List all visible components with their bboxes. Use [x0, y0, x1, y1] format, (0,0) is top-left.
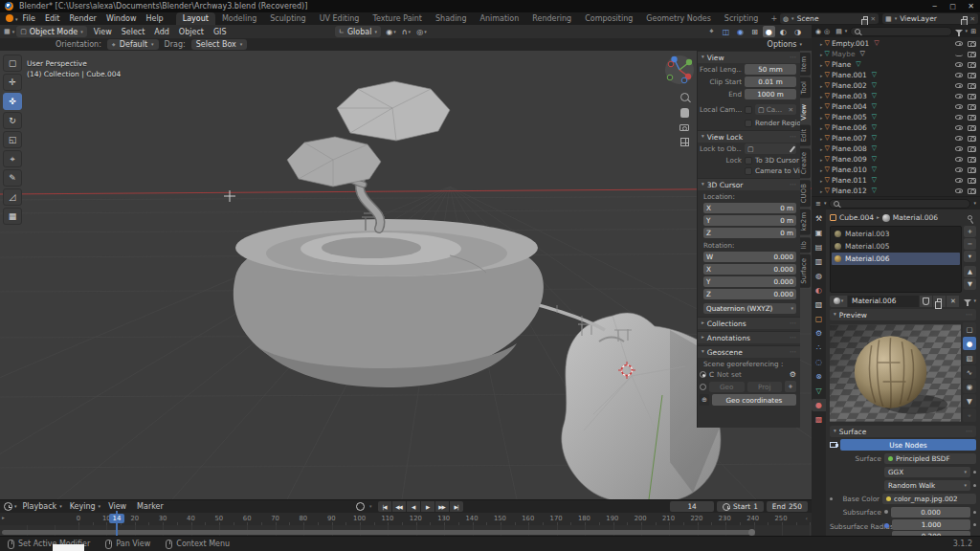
properties-tab[interactable]: ▽ — [812, 385, 826, 397]
animate-dot-icon[interactable] — [973, 471, 976, 474]
transform-orientation-dropdown[interactable]: ∟ Global ▾ — [335, 26, 381, 37]
visibility-eye-icon[interactable] — [955, 53, 963, 56]
gear-icon[interactable]: ⚙ — [790, 370, 796, 379]
properties-tab[interactable]: ⚙ — [812, 327, 826, 340]
properties-tab[interactable]: ◐ — [812, 284, 826, 297]
visibility-eye-icon[interactable] — [955, 146, 963, 151]
new-scene-icon[interactable] — [863, 16, 868, 22]
workspace-tab[interactable]: Texture Paint — [366, 12, 429, 25]
render-camera-icon[interactable] — [968, 41, 976, 47]
geoscene-panel-header[interactable]: ▾Geoscene⋯ — [698, 345, 800, 358]
workspace-tab[interactable]: Layout — [176, 12, 215, 25]
expand-icon[interactable]: ▸ — [820, 52, 823, 57]
toolbar-tool-button[interactable]: ⌖ — [3, 150, 22, 167]
toolbar-tool-button[interactable]: ✎ — [3, 169, 22, 187]
expand-icon[interactable]: ▸ — [820, 188, 823, 194]
auto-keying-button[interactable] — [356, 502, 365, 511]
object-name[interactable]: Plane — [832, 60, 851, 69]
properties-tab[interactable]: ⊗ — [812, 370, 826, 383]
expand-icon[interactable]: ▸ — [820, 178, 823, 184]
object-name[interactable]: Plane.006 — [832, 123, 867, 132]
viewport-mid-icon[interactable]: ◎▾ — [415, 26, 428, 37]
timeline-scrollbar[interactable] — [2, 530, 754, 535]
outliner-row[interactable]: ▸ ▽ Plane.010 ▽ — [812, 165, 980, 175]
close-icon[interactable]: ✕ — [789, 106, 793, 114]
visibility-eye-icon[interactable] — [955, 83, 963, 88]
animate-dot-icon[interactable] — [973, 511, 976, 514]
copy-material-button[interactable] — [933, 296, 946, 307]
expand-icon[interactable]: ▸ — [820, 146, 823, 152]
toolbar-tool-button[interactable]: ▢ — [3, 55, 22, 72]
annotations-panel-header[interactable]: ▸Annotations⋯ — [698, 331, 800, 343]
expand-icon[interactable]: ▸ — [820, 41, 823, 47]
add-crs-button[interactable]: + — [785, 381, 796, 392]
transport-button[interactable]: ◀ — [407, 501, 420, 512]
outliner-row[interactable]: ▸ ▽ Plane ▽ — [812, 59, 980, 70]
sidebar-tab[interactable]: ke2m — [800, 209, 811, 234]
render-camera-icon[interactable] — [968, 125, 976, 131]
expand-icon[interactable]: ▸ — [820, 136, 823, 142]
breadcrumb-material[interactable]: Material.006 — [893, 213, 938, 222]
visibility-eye-icon[interactable] — [955, 62, 963, 67]
playhead-badge[interactable]: 14 — [109, 514, 124, 523]
properties-tab[interactable]: ● — [812, 399, 826, 411]
outliner-search-input[interactable] — [850, 27, 951, 36]
workspace-tab[interactable]: Modeling — [215, 12, 263, 25]
object-name[interactable]: Plane.012 — [832, 187, 867, 195]
slot-button[interactable]: + — [964, 226, 976, 237]
render-camera-icon[interactable] — [968, 167, 976, 173]
pan-hand-icon[interactable] — [680, 108, 689, 118]
viewport-menu[interactable]: Select — [117, 28, 150, 36]
outliner-row[interactable]: ▸ ▽ Empty.001 ▽ — [812, 38, 980, 49]
preview-flat-button[interactable]: ▢ — [963, 322, 976, 336]
properties-tab[interactable]: ◌ — [812, 356, 826, 368]
object-name[interactable]: Plane.007 — [832, 134, 867, 143]
crs-radio[interactable] — [700, 371, 706, 378]
viewport-menu[interactable]: View — [89, 28, 117, 36]
expand-icon[interactable]: ▸ — [2, 515, 5, 520]
orientation-dropdown[interactable]: ⌖ Default ▾ — [107, 39, 159, 50]
sidebar-tab[interactable]: Create — [800, 148, 811, 178]
geo-coordinates-button[interactable]: Geo coordinates — [712, 394, 796, 406]
object-name[interactable]: Plane.005 — [832, 113, 867, 121]
outliner-row[interactable]: ▸ ▽ Plane.006 ▽ — [812, 122, 980, 133]
axis-value-field[interactable]: Y0 m — [703, 215, 796, 226]
expand-icon[interactable]: ▸ — [820, 125, 823, 131]
surface-shader-field[interactable]: Principled BSDF — [884, 453, 976, 464]
slot-button[interactable]: ▾ — [964, 251, 976, 262]
sidebar-tab[interactable]: Item — [800, 53, 811, 76]
render-camera-icon[interactable] — [968, 188, 976, 194]
outliner-row[interactable]: ▸ ▽ Plane.009 ▽ — [812, 154, 980, 165]
workspace-tab[interactable]: Rendering — [525, 12, 578, 25]
render-camera-icon[interactable] — [968, 52, 976, 57]
properties-tab[interactable]: ∴ — [812, 342, 826, 354]
outliner-row[interactable]: ▸ ▽ Plane.008 ▽ — [812, 143, 980, 154]
material-name-field[interactable]: Material.006 — [848, 296, 919, 307]
distribution-dropdown[interactable]: GGX ▾ — [884, 467, 970, 477]
close-icon[interactable]: ✕ — [871, 15, 876, 23]
visibility-eye-icon[interactable] — [955, 41, 963, 46]
viewport-toggle-icon[interactable]: ◫ — [720, 26, 732, 37]
new-layer-icon[interactable] — [963, 16, 968, 22]
outliner-row[interactable]: ▸ ▽ Plane.007 ▽ — [812, 133, 980, 143]
editor-type-icon[interactable]: ≡ — [815, 200, 821, 208]
object-name[interactable]: Plane.008 — [832, 144, 867, 153]
render-camera-icon[interactable] — [968, 136, 976, 142]
viewport-menu[interactable]: Object — [174, 28, 209, 36]
slot-button[interactable]: ▼ — [964, 278, 976, 290]
toolbar-tool-button[interactable]: ↻ — [3, 112, 22, 129]
preview-sphere-button[interactable]: ● — [963, 337, 976, 350]
workspace-tab[interactable]: Geometry Nodes — [639, 12, 717, 25]
close-icon[interactable]: ✕ — [970, 15, 975, 23]
object-name[interactable]: Empty.001 — [832, 39, 869, 48]
preview-cloth-button[interactable]: ▼ — [963, 394, 976, 408]
outliner-row[interactable]: ▸ ▽ Maybe ▽ — [812, 49, 980, 59]
cursor-panel-header[interactable]: ▾3D Cursor⋯ — [698, 178, 800, 190]
preview-monkey-button[interactable]: ◉ — [963, 380, 976, 393]
object-name[interactable]: Plane.009 — [832, 155, 867, 164]
viewport-toggle-icon[interactable]: ⌖ — [705, 26, 718, 37]
value-field[interactable]: 1000 m — [745, 89, 796, 99]
visibility-eye-icon[interactable] — [955, 104, 963, 109]
zoom-icon[interactable] — [680, 93, 689, 101]
properties-tab[interactable]: ▣ — [812, 227, 826, 239]
